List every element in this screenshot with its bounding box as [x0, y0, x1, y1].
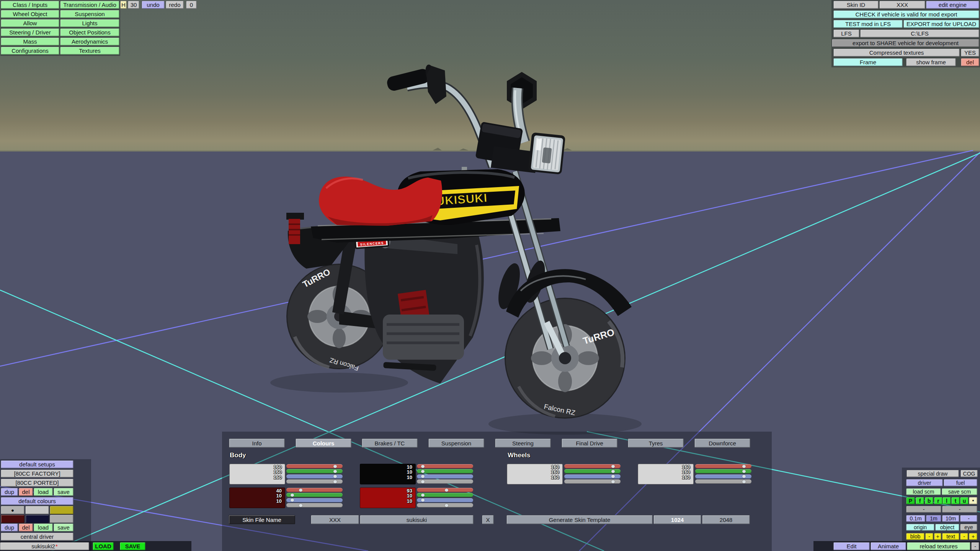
text-button[interactable]: text — [942, 533, 959, 540]
red-slider[interactable] — [286, 488, 343, 492]
menu-configurations[interactable]: Configurations — [1, 47, 59, 55]
view-flag-f[interactable]: f — [916, 497, 924, 504]
green-slider[interactable] — [695, 469, 751, 473]
tab-info[interactable]: Info — [229, 439, 285, 448]
compressed-textures-value[interactable]: YES — [961, 49, 979, 57]
edit-mode-button[interactable]: Edit — [833, 542, 870, 550]
animate-mode-button[interactable]: Animate — [871, 542, 906, 550]
skin-size-2048[interactable]: 2048 — [702, 515, 750, 524]
skin-size-1024[interactable]: 1024 — [653, 515, 701, 524]
default-setups-button[interactable]: default setups — [1, 460, 74, 468]
red-slider[interactable] — [417, 488, 473, 492]
view-flag-t[interactable]: t — [951, 497, 960, 504]
tab-final-drive[interactable]: Final Drive — [562, 439, 617, 448]
colour-slot-1[interactable] — [25, 506, 49, 514]
slider-handle[interactable] — [611, 470, 615, 473]
default-colours-button[interactable]: default colours — [1, 497, 74, 505]
slider-handle[interactable] — [291, 499, 294, 502]
menu-lights[interactable]: Lights — [60, 19, 119, 27]
frame-button[interactable]: Frame — [833, 58, 903, 66]
slider-handle[interactable] — [421, 465, 425, 468]
history-toggle-button[interactable]: H — [120, 1, 127, 9]
menu-allow[interactable]: Allow — [1, 19, 59, 27]
menu-object-positions[interactable]: Object Positions — [60, 28, 119, 36]
green-slider[interactable] — [564, 469, 621, 473]
eye-button[interactable]: eye — [960, 524, 977, 531]
menu-wheel-object[interactable]: Wheel Object — [1, 10, 59, 18]
slider-handle[interactable] — [742, 470, 746, 473]
compressed-textures-label[interactable]: Compressed textures — [833, 49, 960, 57]
lfs-path[interactable]: C:\LFS — [860, 29, 979, 37]
save-scm-button[interactable]: save scm — [942, 488, 977, 495]
red-slider[interactable] — [564, 464, 621, 468]
blue-slider[interactable] — [695, 474, 751, 479]
show-frame-button[interactable]: show frame — [906, 58, 956, 66]
slider-handle[interactable] — [333, 475, 337, 478]
green-slider[interactable] — [417, 493, 473, 497]
redo-count[interactable]: 0 — [186, 1, 197, 9]
view-flag-p[interactable]: P — [906, 497, 915, 504]
edit-engine-button[interactable]: edit engine — [926, 1, 979, 9]
slider-handle[interactable] — [333, 480, 337, 483]
setup-save-button[interactable]: save — [54, 488, 74, 496]
setup-load-button[interactable]: load — [34, 488, 53, 496]
level-slider[interactable] — [564, 479, 621, 484]
slider-handle[interactable] — [445, 489, 448, 492]
level-slider[interactable] — [417, 479, 473, 484]
object-button[interactable]: object — [935, 524, 959, 531]
skin-clear-button[interactable]: X — [482, 515, 494, 524]
lfs-button[interactable]: LFS — [833, 29, 859, 37]
colour-save-button[interactable]: save — [54, 523, 74, 531]
colour-slot-2[interactable] — [50, 506, 74, 514]
skin-id-button[interactable]: XXX — [311, 515, 359, 524]
colour-swatch[interactable]: 160160160 — [229, 464, 285, 484]
cog-button[interactable]: COG — [960, 470, 978, 477]
red-slider[interactable] — [417, 464, 473, 468]
slider-handle[interactable] — [333, 470, 337, 473]
menu-mass[interactable]: Mass — [1, 37, 59, 46]
slider-handle[interactable] — [421, 494, 425, 497]
level-slider[interactable] — [695, 479, 751, 484]
slider-handle[interactable] — [421, 499, 425, 502]
blue-slider[interactable] — [417, 474, 473, 479]
history-value[interactable]: 30 — [128, 1, 139, 9]
colour-swatch[interactable]: 931010 — [360, 487, 416, 508]
colour-swatch[interactable]: 101010 — [360, 464, 416, 484]
blob-button[interactable]: blob — [906, 533, 924, 540]
blob-minus-button[interactable]: - — [925, 533, 933, 540]
tab-tyres[interactable]: Tyres — [628, 439, 684, 448]
level-slider[interactable] — [286, 503, 343, 507]
move-step-10m[interactable]: 10m — [942, 515, 959, 522]
slider-handle[interactable] — [611, 475, 615, 478]
slider-handle[interactable] — [299, 504, 302, 507]
minus-left-button[interactable]: - — [906, 506, 941, 513]
slider-handle[interactable] — [611, 465, 615, 468]
blue-slider[interactable] — [564, 474, 621, 479]
blue-slider[interactable] — [417, 498, 473, 502]
slider-handle[interactable] — [421, 475, 425, 478]
move-step-0.1m[interactable]: 0.1m — [906, 515, 925, 522]
menu-textures[interactable]: Textures — [60, 47, 119, 55]
colour-dup-button[interactable]: dup — [1, 523, 18, 531]
view-flag-b[interactable]: b — [925, 497, 933, 504]
setup-del-button[interactable]: del — [19, 488, 33, 496]
green-slider[interactable] — [286, 493, 343, 497]
colour-slot-3[interactable] — [1, 515, 24, 523]
menu-class-inputs[interactable]: Class / Inputs — [1, 1, 59, 9]
text-plus-button[interactable]: + — [969, 533, 977, 540]
origin-button[interactable]: origin — [906, 524, 934, 531]
slider-handle[interactable] — [333, 465, 337, 468]
motorcycle[interactable]: TuRRO Falcon RZ — [270, 64, 642, 435]
load-vehicle-button[interactable]: LOAD — [93, 542, 114, 550]
tab-brakes-tc[interactable]: Brakes / TC — [362, 439, 418, 448]
vehicle-name[interactable]: sukisuki2* — [0, 542, 89, 550]
setup-item[interactable]: [80CC FACTORY] — [1, 469, 74, 478]
test-mod-button[interactable]: TEST mod in LFS — [833, 20, 903, 28]
menu-suspension[interactable]: Suspension — [60, 10, 119, 18]
load-scm-button[interactable]: load scm — [906, 488, 941, 495]
colour-del-button[interactable]: del — [19, 523, 33, 531]
view-flag-u[interactable]: u — [960, 497, 969, 504]
central-driver-button[interactable]: central driver — [1, 533, 74, 541]
menu-transmission-audio[interactable]: Transmission / Audio — [60, 1, 119, 9]
slider-handle[interactable] — [742, 465, 746, 468]
